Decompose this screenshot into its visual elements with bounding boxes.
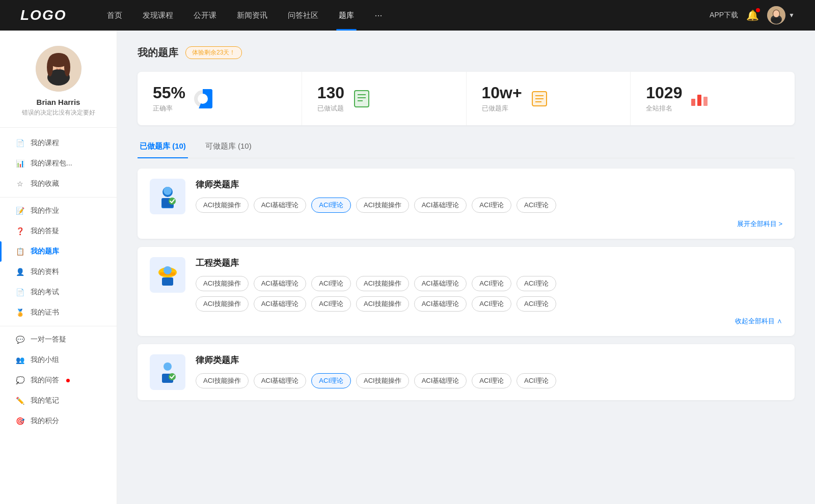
trial-badge: 体验剩余23天！ [185, 46, 242, 59]
svg-point-16 [198, 94, 208, 104]
stat-done-text: 130 已做试题 [317, 84, 344, 113]
quiz-tag[interactable]: ACI技能操作 [356, 198, 409, 213]
exam-icon: 📄 [15, 288, 24, 297]
quiz-tag[interactable]: ACI技能操作 [196, 373, 249, 388]
quiz-tag[interactable]: ACI理论 [472, 296, 511, 312]
sidebar-item-points[interactable]: 🎯 我的积分 [0, 411, 117, 431]
quiz-tag[interactable]: ACI理论 [472, 198, 511, 213]
quiz-tag[interactable]: ACI基础理论 [254, 373, 307, 388]
sidebar-item-course-pkg[interactable]: 📊 我的课程包... [0, 153, 117, 174]
quiz-tag-active[interactable]: ACI理论 [311, 198, 351, 213]
quiz-footer-2: 收起全部科目 ∧ [150, 317, 782, 326]
nav-discover[interactable]: 发现课程 [132, 0, 183, 31]
main-content: 我的题库 体验剩余23天！ 55% 正确率 [117, 31, 815, 504]
answer-icon: 💭 [15, 376, 24, 385]
quiz-tag[interactable]: ACI理论 [311, 276, 351, 291]
sidebar-item-questions[interactable]: ❓ 我的答疑 [0, 221, 117, 241]
stats-row: 55% 正确率 130 已做试题 [138, 72, 795, 125]
quiz-tag[interactable]: ACI基础理论 [254, 296, 307, 312]
sidebar-item-label: 我的答疑 [31, 227, 59, 236]
nav-qa[interactable]: 问答社区 [278, 0, 329, 31]
sidebar-item-courses[interactable]: 📄 我的课程 [0, 133, 117, 153]
quiz-card-lawyer-1: 律师类题库 ACI技能操作 ACI基础理论 ACI理论 ACI技能操作 ACI基… [138, 169, 795, 239]
cert-icon: 🏅 [15, 308, 24, 317]
quiz-tag[interactable]: ACI技能操作 [356, 296, 409, 312]
expand-toggle-1[interactable]: 展开全部科目 > [737, 220, 782, 228]
stat-bank-label: 已做题库 [482, 104, 522, 113]
homework-icon: 📝 [15, 206, 24, 215]
quiz-tags-2-row2: ACI技能操作 ACI基础理论 ACI理论 ACI技能操作 ACI基础理论 AC… [196, 296, 782, 312]
user-avatar-wrap[interactable]: ▼ [767, 6, 795, 24]
quiz-tags-3: ACI技能操作 ACI基础理论 ACI理论 ACI技能操作 ACI基础理论 AC… [196, 373, 782, 388]
app-download-link[interactable]: APP下载 [710, 11, 738, 20]
quiz-tag[interactable]: ACI理论 [311, 296, 351, 312]
header: LOGO 首页 发现课程 公开课 新闻资讯 问答社区 题库 ··· APP下载 … [0, 0, 815, 31]
quiz-tag[interactable]: ACI理论 [517, 198, 556, 213]
sidebar-item-homework[interactable]: 📝 我的作业 [0, 201, 117, 221]
lawyer-icon-2 [150, 354, 185, 390]
points-icon: 🎯 [15, 416, 24, 426]
sidebar-item-favorites[interactable]: ☆ 我的收藏 [0, 174, 117, 194]
notification-dot [756, 8, 760, 12]
quiz-tag[interactable]: ACI技能操作 [196, 296, 249, 312]
nav-news[interactable]: 新闻资讯 [227, 0, 278, 31]
svg-rect-29 [703, 97, 708, 106]
quiz-tag[interactable]: ACI理论 [472, 276, 511, 291]
quiz-tag[interactable]: ACI理论 [517, 296, 556, 312]
quiz-tag[interactable]: ACI技能操作 [356, 373, 409, 388]
sidebar-item-quiz[interactable]: 📋 我的题库 [0, 241, 117, 262]
tabs-row: 已做题库 (10) 可做题库 (10) [138, 137, 795, 158]
svg-point-13 [64, 58, 70, 76]
sidebar-item-label: 我的问答 [31, 376, 59, 385]
sidebar: Brian Harris 错误的决定比没有决定要好 📄 我的课程 📊 我的课程包… [0, 31, 117, 504]
page-header: 我的题库 体验剩余23天！ [138, 46, 795, 60]
quiz-card-inner-2: 工程类题库 ACI技能操作 ACI基础理论 ACI理论 ACI技能操作 ACI基… [150, 257, 782, 312]
quiz-tags-2-row1: ACI技能操作 ACI基础理论 ACI理论 ACI技能操作 ACI基础理论 AC… [196, 276, 782, 291]
quiz-content-1: 律师类题库 ACI技能操作 ACI基础理论 ACI理论 ACI技能操作 ACI基… [196, 179, 782, 213]
quiz-tag[interactable]: ACI技能操作 [356, 276, 409, 291]
svg-rect-17 [355, 91, 369, 107]
profile-icon: 👤 [15, 267, 24, 276]
sidebar-item-exam[interactable]: 📄 我的考试 [0, 282, 117, 302]
quiz-tag[interactable]: ACI技能操作 [196, 198, 249, 213]
sidebar-item-profile[interactable]: 👤 我的资料 [0, 262, 117, 282]
stat-accuracy-text: 55% 正确率 [153, 84, 185, 113]
quiz-tag-active[interactable]: ACI理论 [311, 373, 351, 388]
quiz-tag[interactable]: ACI理论 [517, 276, 556, 291]
quiz-tag[interactable]: ACI理论 [517, 373, 556, 388]
quiz-content-2: 工程类题库 ACI技能操作 ACI基础理论 ACI理论 ACI技能操作 ACI基… [196, 257, 782, 312]
quiz-tag[interactable]: ACI基础理论 [414, 276, 467, 291]
quiz-tag[interactable]: ACI基础理论 [414, 296, 467, 312]
collapse-toggle[interactable]: 收起全部科目 ∧ [735, 317, 782, 325]
star-icon: ☆ [15, 179, 24, 188]
nav-quiz[interactable]: 题库 [329, 0, 364, 31]
nav-more[interactable]: ··· [364, 10, 392, 21]
tab-available[interactable]: 可做题库 (10) [203, 137, 254, 158]
stat-accuracy: 55% 正确率 [138, 72, 302, 125]
quiz-tag[interactable]: ACI基础理论 [254, 276, 307, 291]
chart-icon: 📊 [15, 159, 24, 168]
tab-done[interactable]: 已做题库 (10) [138, 137, 188, 158]
quiz-tag[interactable]: ACI基础理论 [254, 198, 307, 213]
stat-bank-text: 10w+ 已做题库 [482, 84, 522, 113]
pie-icon [193, 89, 213, 109]
sidebar-item-group[interactable]: 👥 我的小组 [0, 350, 117, 370]
sidebar-item-one-on-one[interactable]: 💬 一对一答疑 [0, 329, 117, 350]
quiz-card-engineer: 工程类题库 ACI技能操作 ACI基础理论 ACI理论 ACI技能操作 ACI基… [138, 247, 795, 336]
svg-point-4 [771, 17, 781, 23]
sidebar-item-notes[interactable]: ✏️ 我的笔记 [0, 390, 117, 411]
stat-bank-number: 10w+ [482, 84, 522, 102]
quiz-tag[interactable]: ACI基础理论 [414, 373, 467, 388]
nav-home[interactable]: 首页 [97, 0, 132, 31]
quiz-tag[interactable]: ACI技能操作 [196, 276, 249, 291]
svg-point-12 [47, 58, 53, 76]
nav-public[interactable]: 公开课 [183, 0, 227, 31]
book-icon [529, 89, 550, 109]
profile-motto: 错误的决定比没有决定要好 [22, 108, 95, 117]
sidebar-item-my-qa[interactable]: 💭 我的问答 [0, 370, 117, 390]
sidebar-item-cert[interactable]: 🏅 我的证书 [0, 302, 117, 323]
notification-bell[interactable]: 🔔 [746, 9, 759, 21]
quiz-card-lawyer-2: 律师类题库 ACI技能操作 ACI基础理论 ACI理论 ACI技能操作 ACI基… [138, 344, 795, 400]
quiz-tag[interactable]: ACI理论 [472, 373, 511, 388]
quiz-tag[interactable]: ACI基础理论 [414, 198, 467, 213]
